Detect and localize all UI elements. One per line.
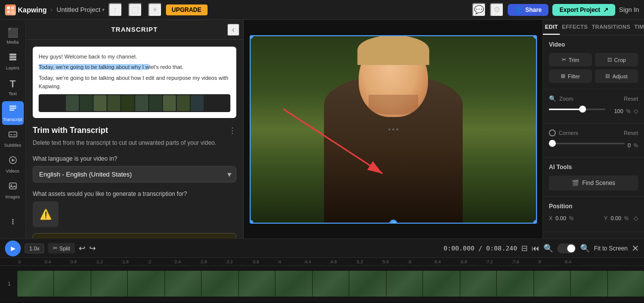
magic-button[interactable]: ✦ [148, 3, 162, 17]
transcript-collapse-button[interactable]: ‹ [227, 24, 239, 36]
sidebar-item-videos[interactable]: Videos [2, 153, 24, 177]
share-button[interactable]: 👤 Share [508, 4, 548, 16]
timeline-zoom-minus-button[interactable]: 🔍 [543, 243, 553, 253]
ruler-08: :0.8 [69, 259, 77, 264]
ruler-12: :1.2 [96, 259, 103, 264]
upload-button[interactable]: ↑ [108, 3, 122, 17]
y-pct: % [624, 216, 629, 221]
zoom-slider-row: 100 % ◇ [549, 105, 638, 117]
zoom-pct: % [626, 109, 631, 114]
sidebar-item-transcript[interactable]: Transcript [2, 101, 24, 125]
timeline-skip-button[interactable]: ⏮ [532, 244, 539, 253]
svg-point-19 [12, 223, 13, 224]
speed-button[interactable]: 1.0x [25, 243, 44, 253]
zoom-value: 100 [608, 108, 623, 114]
video-preview[interactable]: ↺ [250, 35, 537, 224]
signin-button[interactable]: Sign In [619, 6, 639, 13]
redo-button[interactable]: ↪ [89, 243, 96, 253]
tab-effects[interactable]: EFFECTS [560, 20, 590, 35]
rotate-icon: ↺ [391, 221, 395, 224]
y-value: 0.00 [611, 215, 621, 221]
video-section-title: Video [549, 41, 638, 48]
zoom-section: 🔍 Zoom Reset 100 % ◇ [543, 89, 644, 123]
tab-timing[interactable]: TIMING [632, 20, 644, 35]
tab-transitions[interactable]: TRANSITIONS [590, 20, 632, 35]
zoom-diamond-icon[interactable]: ◇ [634, 108, 638, 115]
ruler-64: :6.4 [433, 259, 441, 264]
corners-circle-icon [549, 129, 556, 136]
sidebar-item-text[interactable]: T Text [2, 75, 24, 99]
sidebar-item-layers[interactable]: Layers [2, 50, 24, 73]
position-diamond-icon[interactable]: ◇ [634, 215, 638, 222]
tab-edit[interactable]: EDIT [543, 20, 560, 35]
svg-rect-3 [11, 10, 14, 13]
track-frame-6 [202, 271, 238, 297]
text-icon: T [9, 78, 15, 90]
video-track[interactable] [17, 271, 644, 297]
video-buttons-grid: ✂ Trim ⊡ Crop ⊞ Filter ⊟ Adjust [549, 53, 638, 83]
frame-2 [80, 95, 93, 111]
right-panel: EDIT EFFECTS TRANSITIONS TIMING Video ✂ … [542, 20, 644, 239]
sidebar-item-subtitles[interactable]: Subtitles [2, 127, 24, 151]
track-frame-1 [17, 271, 54, 297]
corners-slider[interactable] [549, 139, 625, 147]
sidebar-item-media[interactable]: ⬛ Media [2, 24, 24, 48]
zoom-reset-button[interactable]: Reset [624, 96, 638, 102]
frame-9 [177, 95, 190, 111]
layers-icon [8, 53, 17, 64]
svg-rect-8 [9, 108, 16, 109]
track-frame-11 [386, 271, 423, 297]
topbar: Kapwing › Untitled Project ▾ ↑ ⬚ ✦ UPGRA… [0, 0, 644, 20]
info-box: ℹ The files you have selected will cost … [33, 233, 236, 239]
upgrade-button[interactable]: UPGRADE [166, 4, 208, 15]
project-name[interactable]: Untitled Project ▾ [56, 6, 104, 13]
zoom-toggle[interactable] [557, 243, 576, 253]
corners-label: Corners [559, 130, 621, 136]
svg-rect-0 [7, 6, 10, 9]
corners-reset-button[interactable]: Reset [624, 130, 638, 136]
trim-button[interactable]: ✂ Trim [549, 53, 592, 66]
crop-button[interactable]: ⊡ Crop [595, 53, 638, 66]
logo-icon [5, 4, 16, 15]
export-icon: ↗ [603, 6, 608, 13]
frame-6 [135, 95, 148, 111]
filter-button[interactable]: ⊞ Filter [549, 69, 592, 83]
zoom-slider[interactable] [549, 105, 605, 113]
zoom-thumb[interactable] [579, 106, 586, 113]
corners-slider-row: 0 % [549, 139, 638, 151]
ruler-76: :7.6 [512, 259, 519, 264]
svg-marker-14 [12, 159, 15, 162]
split-button[interactable]: ✂ Split [48, 243, 75, 253]
frame-1 [66, 95, 79, 111]
sidebar-item-images[interactable]: Images [2, 179, 24, 202]
timeline-close-button[interactable]: ✕ [632, 243, 639, 254]
more-icon [8, 217, 17, 229]
corners-thumb[interactable] [549, 140, 556, 147]
language-select[interactable]: English - English (United States) [33, 166, 236, 182]
corners-pct: % [634, 143, 638, 148]
sidebar-item-more[interactable] [2, 211, 24, 235]
play-button[interactable]: ▶ [5, 241, 21, 256]
timeline-zoom-plus-button[interactable]: 🔍 [580, 243, 590, 253]
find-scenes-button[interactable]: 🎬 Find Scenes [549, 176, 638, 190]
svg-rect-12 [13, 134, 16, 135]
corners-value: 0 [628, 142, 631, 148]
timeline-area: ▶ 1.0x ✂ Split ↩ ↪ 0:00.000 / 0:08.240 ⊟… [0, 239, 644, 303]
chat-button[interactable]: 💬 [472, 3, 486, 17]
adjust-button[interactable]: ⊟ Adjust [595, 69, 638, 83]
svg-rect-6 [9, 59, 16, 61]
position-section: Position X 0.00 % Y 0.00 % ◇ [543, 197, 644, 232]
frame-3 [94, 95, 107, 111]
settings-button[interactable]: ⚙ [490, 3, 504, 17]
timeline-split-icon-button[interactable]: ⊟ [521, 243, 528, 253]
export-button[interactable]: Export Project ↗ [552, 4, 615, 16]
ruler-36: :3.6 [252, 259, 259, 264]
fit-to-screen-button[interactable]: Fit to Screen [594, 245, 628, 252]
monitor-button[interactable]: ⬚ [128, 3, 142, 17]
timeline-track-area: 1 [0, 266, 644, 302]
images-icon [8, 182, 17, 193]
asset-item: ⚠️ [33, 201, 58, 227]
svg-rect-2 [7, 10, 10, 13]
trim-more-button[interactable]: ⋮ [228, 126, 236, 135]
undo-button[interactable]: ↩ [79, 243, 85, 253]
